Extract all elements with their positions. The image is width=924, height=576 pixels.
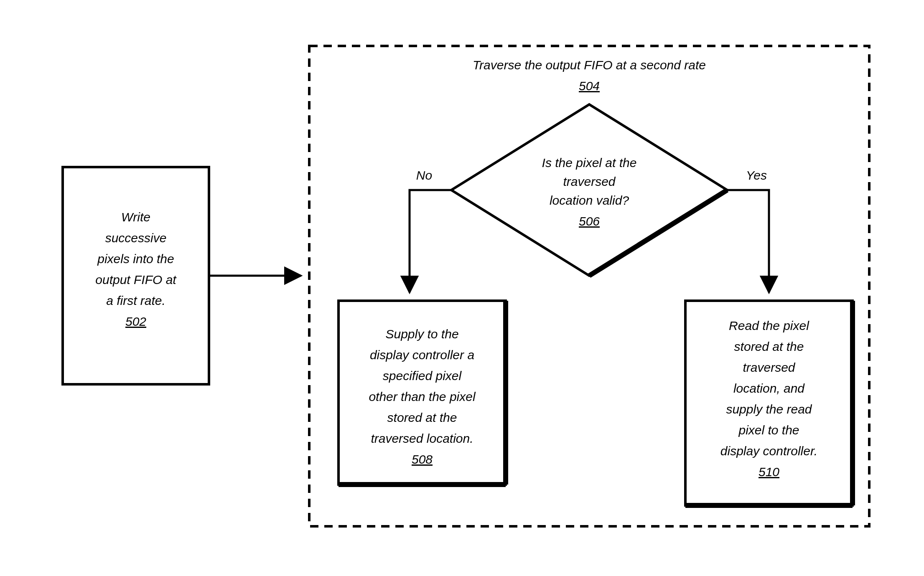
flowchart-diagram: Write successive pixels into the output … <box>0 0 924 576</box>
box502-line2: successive <box>105 231 167 245</box>
box508-line2: display controller a <box>370 348 474 362</box>
edge-yes: Yes <box>727 168 769 292</box>
box502-line3: pixels into the <box>97 252 174 266</box>
box508-ref: 508 <box>412 452 433 466</box>
svg-marker-2 <box>451 104 727 276</box>
box502-ref: 502 <box>125 315 146 328</box>
process-box-502: Write successive pixels into the output … <box>63 167 209 384</box>
box510-line4: location, and <box>733 381 805 395</box>
decision506-line1: Is the pixel at the <box>542 156 637 170</box>
decision506-line3: location valid? <box>550 193 629 207</box>
box510-line1: Read the pixel <box>729 319 809 332</box>
decision506-line2: traversed <box>563 175 616 188</box>
box508-line1: Supply to the <box>385 327 458 341</box>
box510-line2: stored at the <box>734 340 804 353</box>
process-box-510: Read the pixel stored at the traversed l… <box>685 301 853 505</box>
decision-506: Is the pixel at the traversed location v… <box>451 104 727 276</box>
box508-line5: stored at the <box>387 411 457 424</box>
container504-ref: 504 <box>579 79 600 93</box>
box502-line1: Write <box>121 210 150 224</box>
box510-ref: 510 <box>759 465 779 479</box>
box510-line5: supply the read <box>726 402 812 416</box>
decision506-ref: 506 <box>579 214 600 228</box>
box508-line6: traversed location. <box>371 431 473 445</box>
box510-line6: pixel to the <box>738 423 799 437</box>
box502-line4: output FIFO at <box>95 273 177 287</box>
box508-line3: specified pixel <box>383 369 462 383</box>
edge-no: No <box>410 168 451 292</box>
label-yes: Yes <box>746 168 767 182</box>
box508-line4: other than the pixel <box>369 390 476 403</box>
box502-line5: a first rate. <box>106 294 165 307</box>
process-box-508: Supply to the display controller a speci… <box>339 301 506 485</box>
container504-title: Traverse the output FIFO at a second rat… <box>473 58 706 72</box>
box510-line7: display controller. <box>720 444 817 458</box>
label-no: No <box>416 168 432 182</box>
box510-line3: traversed <box>743 360 795 374</box>
